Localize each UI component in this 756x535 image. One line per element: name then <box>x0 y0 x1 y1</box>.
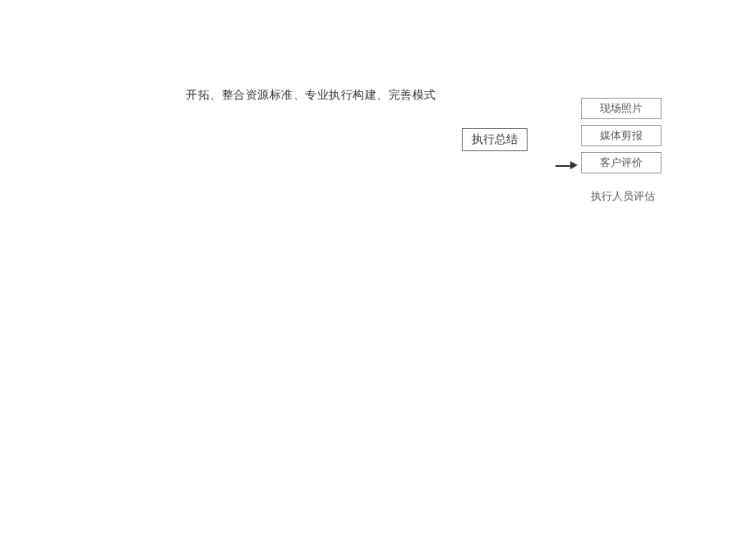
box-scene-photos: 现场照片 <box>581 98 662 119</box>
staff-evaluation-text: 执行人员评估 <box>591 189 655 204</box>
arrow-line <box>555 165 572 167</box>
arrow-head <box>570 161 578 169</box>
heading-text: 开拓、整合资源标准、专业执行构建、完善模式 <box>186 88 436 103</box>
arrow-icon <box>555 161 579 171</box>
box-customer-evaluation: 客户评价 <box>581 152 662 173</box>
box-media-clippings: 媒体剪报 <box>581 125 662 146</box>
center-summary-box: 执行总结 <box>462 128 528 151</box>
